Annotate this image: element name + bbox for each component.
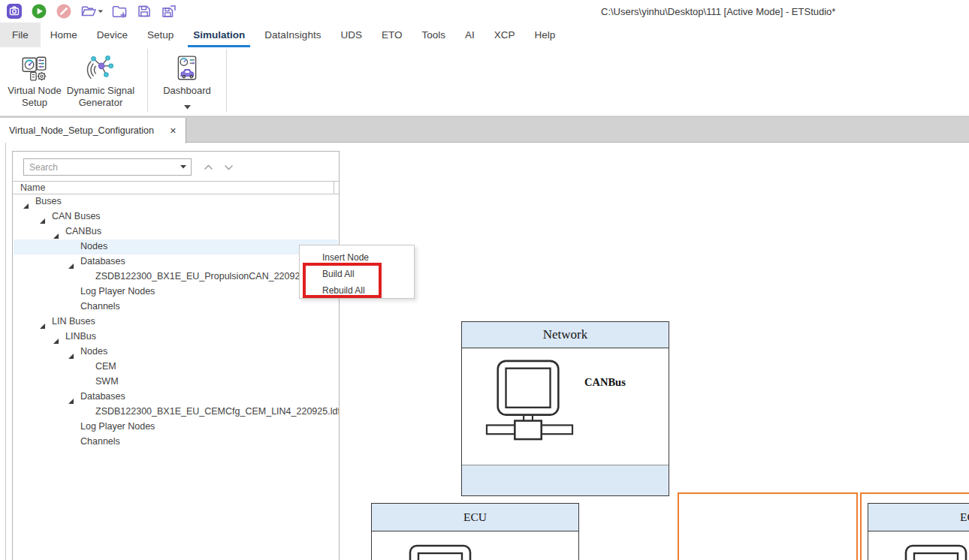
expand-icon[interactable] [39, 319, 46, 326]
dynamic-signal-generator-icon [86, 53, 115, 83]
computer-icon [409, 544, 472, 560]
menu-item-label: Tools [421, 29, 445, 41]
network-box[interactable]: Network CANBus [461, 321, 669, 496]
tree-item-buses[interactable]: Buses [14, 194, 338, 209]
document-border [5, 143, 6, 560]
dropdown-caret-icon [98, 11, 104, 14]
canbus-label: CANBus [584, 376, 626, 389]
tree-item-nodes[interactable]: Nodes [14, 239, 338, 254]
tree-item-channels[interactable]: Channels [14, 435, 338, 450]
right-ecu-box-header: ECU [868, 504, 969, 531]
menu-item-label: ETO [382, 29, 403, 41]
tree-item-databases[interactable]: Databases [14, 254, 338, 269]
tree-item-databases[interactable]: Databases [14, 390, 338, 405]
tree-item-zsdb122300-bx1e-eu-cemcfg-cem-lin4-220925-ldf[interactable]: ZSDB122300_BX1E_EU_CEMCfg_CEM_LIN4_22092… [14, 405, 338, 420]
tree-item-label: CAN Buses [52, 211, 101, 221]
etstudio-window: C:\Users\yinhu\Desktop\111 [Active Mode]… [0, 0, 969, 560]
tree-item-label: ZSDB122300_BX1E_EU_PropulsionCAN_220925 [95, 271, 305, 282]
expand-icon[interactable] [68, 349, 74, 356]
open-folder-icon[interactable] [80, 3, 103, 20]
tab-close-icon[interactable]: ✕ [170, 126, 177, 136]
expand-icon[interactable] [68, 394, 74, 401]
tree-item-canbus[interactable]: CANBus [14, 224, 338, 239]
ribbon-separator [226, 49, 227, 112]
new-folder-icon[interactable] [111, 3, 128, 20]
right-ecu-box[interactable]: ECU [868, 503, 969, 560]
menu-item-eto[interactable]: ETO [372, 23, 412, 47]
tree-item-label: Log Player Nodes [80, 421, 155, 432]
menu-item-device[interactable]: Device [87, 23, 137, 47]
tree-item-nodes[interactable]: Nodes [14, 345, 338, 360]
menu-item-xcp[interactable]: XCP [484, 23, 525, 47]
menu-item-tools[interactable]: Tools [412, 23, 455, 47]
chevron-up-icon[interactable] [201, 161, 216, 173]
search-combo[interactable] [23, 158, 192, 176]
menu-item-simulation[interactable]: Simulation [183, 23, 255, 47]
menu-item-datainsights[interactable]: DataInsights [255, 23, 331, 47]
tree-item-linbus[interactable]: LINBus [14, 330, 338, 345]
menu-bar: FileHomeDeviceSetupSimulationDataInsight… [0, 23, 969, 47]
window-title: C:\Users\yinhu\Desktop\111 [Active Mode]… [601, 6, 835, 17]
menu-item-label: AI [465, 29, 475, 41]
tree-item-label: Channels [80, 301, 120, 312]
menu-item-label: Setup [147, 29, 174, 41]
virtual-node-setup-label: Virtual Node Setup [6, 85, 63, 109]
tree-item-cem[interactable]: CEM [14, 360, 338, 375]
red-annotation-box [303, 263, 382, 298]
tree-item-log-player-nodes[interactable]: Log Player Nodes [14, 285, 338, 300]
tab-virtual-node-setup-configuration[interactable]: Virtual_Node_Setup_Configuration ✕ [0, 118, 186, 143]
quick-access-toolbar [6, 3, 177, 20]
ribbon-separator [147, 49, 148, 112]
network-box-footer [462, 465, 669, 495]
chevron-down-icon[interactable] [221, 161, 236, 173]
expand-icon[interactable] [53, 229, 59, 236]
document-tab-strip: Virtual_Node_Setup_Configuration ✕ [0, 116, 969, 143]
search-input[interactable] [24, 162, 176, 173]
save-icon[interactable] [136, 3, 152, 20]
tree-item-log-player-nodes[interactable]: Log Player Nodes [14, 420, 338, 435]
menu-item-setup[interactable]: Setup [137, 23, 183, 47]
dashboard-button[interactable]: Dashboard [157, 53, 217, 113]
tree-item-label: Databases [80, 256, 125, 266]
computer-icon [904, 544, 967, 560]
tree-item-channels[interactable]: Channels [14, 300, 338, 315]
tree-item-label: LINBus [65, 331, 96, 342]
expand-icon[interactable] [53, 334, 59, 341]
dynamic-signal-generator-label: Dynamic Signal Generator [63, 85, 138, 109]
menu-item-help[interactable]: Help [524, 23, 565, 47]
menu-item-ai[interactable]: AI [455, 23, 484, 47]
tree-item-zsdb122300-bx1e-eu-propulsioncan-220925[interactable]: ZSDB122300_BX1E_EU_PropulsionCAN_220925 [14, 269, 338, 285]
tree-item-label: Channels [80, 436, 120, 447]
tree-item-swm[interactable]: SWM [14, 375, 338, 390]
virtual-node-setup-button[interactable]: Virtual Node Setup [6, 53, 63, 109]
orange-region-box[interactable] [678, 492, 858, 560]
ribbon: Virtual Node Setup [0, 47, 969, 116]
menu-item-home[interactable]: Home [41, 23, 87, 47]
dashboard-icon [173, 53, 201, 83]
menu-item-label: Simulation [193, 29, 245, 41]
menu-item-file[interactable]: File [0, 23, 41, 47]
tree-item-label: Nodes [80, 346, 107, 357]
tree-item-can-buses[interactable]: CAN Buses [14, 209, 338, 224]
dynamic-signal-generator-button[interactable]: Dynamic Signal Generator [63, 53, 138, 109]
ecu-box-header: ECU [372, 504, 578, 531]
run-icon[interactable] [31, 3, 47, 20]
expand-icon[interactable] [39, 214, 46, 221]
column-header-label: Name [20, 182, 45, 193]
menu-item-uds[interactable]: UDS [331, 23, 372, 47]
orange-region-box-right[interactable]: ECU [860, 492, 969, 560]
tree-item-label: Nodes [80, 241, 107, 251]
save-as-icon[interactable] [161, 3, 177, 20]
column-divider[interactable] [334, 182, 334, 194]
app-logo-icon [6, 3, 23, 20]
tree-column-header[interactable]: Name [13, 181, 339, 194]
menu-item-label: Home [50, 29, 77, 41]
tree-item-label: ZSDB122300_BX1E_EU_CEMCfg_CEM_LIN4_22092… [95, 406, 339, 417]
dropdown-icon[interactable] [176, 165, 191, 169]
dashboard-dropdown-icon[interactable] [184, 99, 191, 113]
tree-item-lin-buses[interactable]: LIN Buses [14, 315, 338, 330]
expand-icon[interactable] [68, 259, 74, 266]
expand-icon[interactable] [23, 199, 29, 206]
ecu-box[interactable]: ECU [371, 503, 579, 560]
tab-label: Virtual_Node_Setup_Configuration [9, 125, 164, 136]
